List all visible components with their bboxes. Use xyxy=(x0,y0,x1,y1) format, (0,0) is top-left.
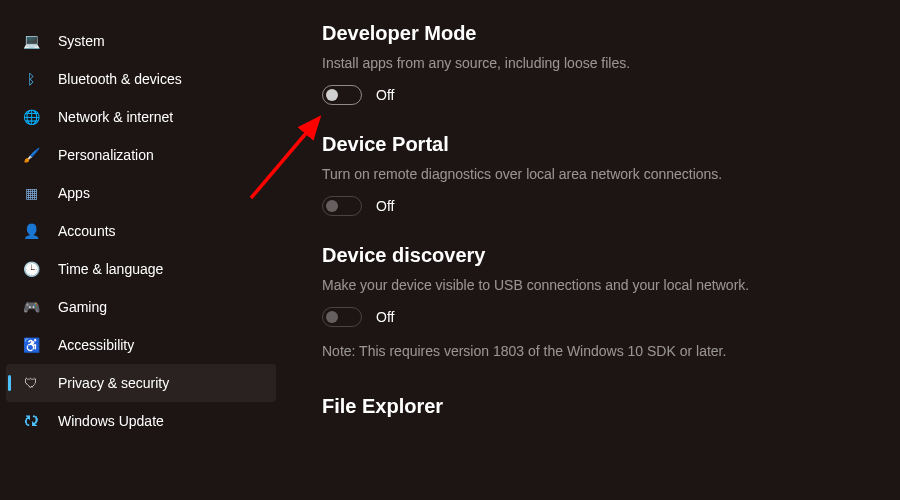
sidebar-item-label: Gaming xyxy=(58,299,107,315)
sidebar-item-label: Windows Update xyxy=(58,413,164,429)
section-title: File Explorer xyxy=(322,395,870,418)
sidebar-item-accessibility[interactable]: ♿Accessibility xyxy=(6,326,276,364)
section-desc: Install apps from any source, including … xyxy=(322,55,870,71)
sidebar-item-privacy-security[interactable]: 🛡Privacy & security xyxy=(6,364,276,402)
section-title: Device Portal xyxy=(322,133,870,156)
sidebar-item-label: Apps xyxy=(58,185,90,201)
section-developer-mode: Developer Mode Install apps from any sou… xyxy=(322,22,870,105)
privacy-security-icon: 🛡 xyxy=(22,374,40,392)
section-device-discovery: Device discovery Make your device visibl… xyxy=(322,244,870,359)
sidebar-item-time-language[interactable]: 🕒Time & language xyxy=(6,250,276,288)
sidebar-item-windows-update[interactable]: 🗘Windows Update xyxy=(6,402,276,440)
sidebar-item-label: System xyxy=(58,33,105,49)
sidebar-item-network-internet[interactable]: 🌐Network & internet xyxy=(6,98,276,136)
sidebar: 💻SystemᛒBluetooth & devices🌐Network & in… xyxy=(0,0,282,500)
sidebar-item-label: Network & internet xyxy=(58,109,173,125)
toggle-row: Off xyxy=(322,85,870,105)
sidebar-item-personalization[interactable]: 🖌️Personalization xyxy=(6,136,276,174)
sidebar-item-apps[interactable]: ▦Apps xyxy=(6,174,276,212)
sidebar-item-label: Bluetooth & devices xyxy=(58,71,182,87)
section-title: Device discovery xyxy=(322,244,870,267)
windows-update-icon: 🗘 xyxy=(22,412,40,430)
accessibility-icon: ♿ xyxy=(22,336,40,354)
section-desc: Make your device visible to USB connecti… xyxy=(322,277,870,293)
sidebar-item-label: Time & language xyxy=(58,261,163,277)
device-portal-toggle xyxy=(322,196,362,216)
system-icon: 💻 xyxy=(22,32,40,50)
sidebar-item-label: Accounts xyxy=(58,223,116,239)
sidebar-item-label: Accessibility xyxy=(58,337,134,353)
toggle-state-label: Off xyxy=(376,198,394,214)
toggle-state-label: Off xyxy=(376,309,394,325)
toggle-knob xyxy=(326,200,338,212)
time-language-icon: 🕒 xyxy=(22,260,40,278)
gaming-icon: 🎮 xyxy=(22,298,40,316)
developer-mode-toggle[interactable] xyxy=(322,85,362,105)
section-title: Developer Mode xyxy=(322,22,870,45)
toggle-row: Off xyxy=(322,196,870,216)
toggle-row: Off xyxy=(322,307,870,327)
section-desc: Turn on remote diagnostics over local ar… xyxy=(322,166,870,182)
sidebar-item-accounts[interactable]: 👤Accounts xyxy=(6,212,276,250)
accounts-icon: 👤 xyxy=(22,222,40,240)
network-internet-icon: 🌐 xyxy=(22,108,40,126)
section-device-portal: Device Portal Turn on remote diagnostics… xyxy=(322,133,870,216)
sidebar-item-system[interactable]: 💻System xyxy=(6,22,276,60)
toggle-knob xyxy=(326,89,338,101)
bluetooth-devices-icon: ᛒ xyxy=(22,70,40,88)
apps-icon: ▦ xyxy=(22,184,40,202)
sidebar-item-bluetooth-devices[interactable]: ᛒBluetooth & devices xyxy=(6,60,276,98)
sidebar-item-label: Privacy & security xyxy=(58,375,169,391)
device-discovery-toggle xyxy=(322,307,362,327)
sidebar-item-gaming[interactable]: 🎮Gaming xyxy=(6,288,276,326)
toggle-knob xyxy=(326,311,338,323)
main-content: Developer Mode Install apps from any sou… xyxy=(282,0,900,500)
personalization-icon: 🖌️ xyxy=(22,146,40,164)
section-file-explorer: File Explorer xyxy=(322,395,870,418)
toggle-state-label: Off xyxy=(376,87,394,103)
section-note: Note: This requires version 1803 of the … xyxy=(322,343,870,359)
sidebar-item-label: Personalization xyxy=(58,147,154,163)
